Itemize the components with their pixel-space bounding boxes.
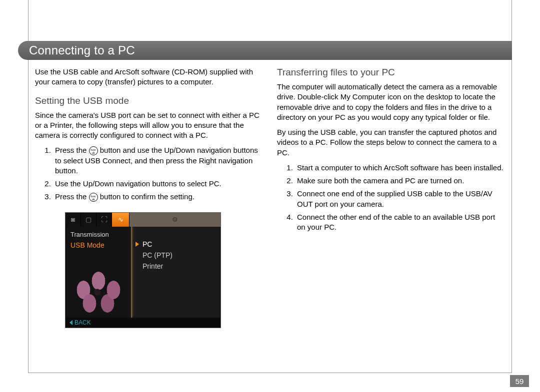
back-chevron-icon [70, 320, 72, 325]
camera-menu-left-pane: Transmission USB Mode [66, 227, 132, 318]
usb-step-1: Press the funcok button and use the Up/D… [53, 145, 263, 176]
transfer-steps-list: Start a computer to which ArcSoft softwa… [277, 163, 505, 233]
left-column: Use the USB cable and ArcSoft software (… [35, 67, 263, 369]
camera-option: Printer [132, 261, 220, 272]
camera-tab-icon: ⛶ [96, 213, 112, 227]
heading-usb-mode: Setting the USB mode [35, 95, 263, 106]
transfer-step-3: Connect one end of the supplied USB cabl… [295, 189, 505, 209]
section-title: Connecting to a PC [29, 43, 135, 57]
camera-left-item-selected: USB Mode [66, 239, 132, 251]
transfer-step-1: Start a computer to which ArcSoft softwa… [295, 163, 505, 173]
usb-step-3: Press the funcok button to confirm the s… [53, 192, 263, 202]
content-columns: Use the USB cable and ArcSoft software (… [28, 67, 512, 369]
transfer-paragraph-1: The computer will automatically detect t… [277, 82, 505, 122]
func-ok-button-icon: funcok [89, 193, 98, 202]
camera-menu-body: Transmission USB Mode PC PC (PTP) Printe… [66, 227, 220, 318]
func-ok-button-icon: funcok [89, 146, 98, 155]
usb-steps-list: Press the funcok button and use the Up/D… [35, 145, 263, 202]
camera-option-selected: PC [132, 239, 220, 250]
camera-tab-icon: ▢ [81, 213, 96, 227]
page-number: 59 [516, 377, 524, 386]
section-title-bar: Connecting to a PC [18, 41, 512, 60]
camera-menu-screenshot: ◙ ▢ ⛶ ∿ ⚙ Transmission USB Mode PC PC (P… [65, 212, 221, 328]
page-number-badge: 59 [510, 375, 529, 387]
manual-page: Connecting to a PC Use the USB cable and… [0, 0, 540, 392]
camera-footer: BACK [66, 318, 220, 328]
heading-transfer: Transferring files to your PC [277, 67, 505, 78]
transfer-step-2: Make sure both the camera and PC are tur… [295, 176, 505, 186]
camera-tab-icon: ⚙ [130, 213, 220, 227]
camera-option: PC (PTP) [132, 250, 220, 261]
intro-paragraph: Use the USB cable and ArcSoft software (… [35, 67, 263, 87]
camera-tab-bar: ◙ ▢ ⛶ ∿ ⚙ [66, 213, 220, 227]
camera-background-flower-image [68, 270, 128, 315]
camera-tab-active-icon: ∿ [112, 213, 130, 227]
usb-intro-paragraph: Since the camera's USB port can be set t… [35, 110, 263, 141]
usb-step-2: Use the Up/Down navigation buttons to se… [53, 179, 263, 189]
camera-tab-icon: ◙ [66, 213, 81, 227]
right-column: Transferring files to your PC The comput… [277, 67, 505, 369]
camera-back-label: BACK [74, 319, 91, 326]
camera-section-label: Transmission [66, 229, 132, 239]
transfer-step-4: Connect the other end of the cable to an… [295, 212, 505, 233]
camera-menu-right-pane: PC PC (PTP) Printer [132, 227, 220, 318]
transfer-paragraph-2: By using the USB cable, you can transfer… [277, 127, 505, 158]
